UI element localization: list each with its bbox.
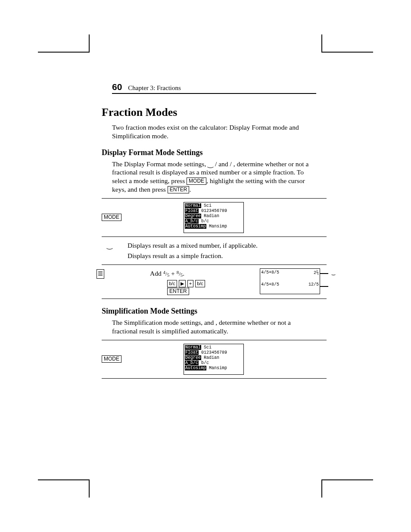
example-screen: 4/5+8/52⅖ 4/5+8/512/5 ‿ (260, 268, 320, 294)
simplification-paragraph: The Simplification mode settings, and , … (112, 318, 316, 336)
pointer-line (320, 286, 328, 287)
divider (102, 264, 327, 265)
running-head: 60 Chapter 3: Fractions (112, 82, 316, 94)
mode-screen-1: Normal Sci Float 0123456789 Degree Radia… (184, 202, 244, 233)
pointer-line (320, 273, 328, 274)
mixed-symbol: ‿ (107, 242, 117, 249)
right-key: ▶ (179, 280, 186, 287)
bc-key: b/c (167, 280, 177, 287)
plus-key: + (187, 280, 193, 287)
simplification-heading: Simplification Mode Settings (102, 307, 316, 316)
enter-key: ENTER (168, 186, 190, 193)
intro-paragraph: Two fraction modes exist on the calculat… (112, 123, 316, 140)
section-title: Fraction Modes (102, 106, 316, 119)
page-number: 60 (112, 82, 122, 92)
simple-symbol (107, 252, 117, 260)
example-text: Add 4/5 + 8/5. (150, 269, 251, 278)
display-format-heading: Display Format Mode Settings (102, 148, 316, 157)
enter-key: ENTER (167, 288, 189, 295)
divider (102, 340, 327, 340)
bc-key: b/c (195, 280, 205, 287)
running-title: Chapter 3: Fractions (128, 84, 181, 91)
divider (102, 378, 327, 379)
divider (102, 198, 327, 199)
simple-definition: Displays result as a simple fraction. (128, 252, 223, 260)
divider (102, 236, 327, 237)
mode-key: MODE (187, 177, 206, 185)
example-icon (97, 269, 104, 279)
mixed-tag: ‿ (332, 270, 335, 275)
divider (102, 299, 327, 299)
mixed-definition: Displays result as a mixed number, if ap… (128, 242, 258, 249)
mode-screen-row: MODE Normal Sci Float 0123456789 Degree … (102, 202, 316, 233)
mode-screen-2: Normal Sci Float 0123456789 Degree Radia… (184, 344, 244, 375)
definitions-table: ‿ Displays result as a mixed number, if … (107, 240, 327, 261)
mode-key-label: MODE (102, 355, 121, 363)
example-row: Add 4/5 + 8/5. b/c ▶ + b/c ENTER 4/5+8/5… (112, 268, 327, 295)
mode-key-label: MODE (102, 214, 121, 221)
mode-screen-row-2: MODE Normal Sci Float 0123456789 Degree … (102, 344, 316, 375)
display-format-paragraph: The Display Format mode settings, ‿ / an… (112, 160, 316, 194)
